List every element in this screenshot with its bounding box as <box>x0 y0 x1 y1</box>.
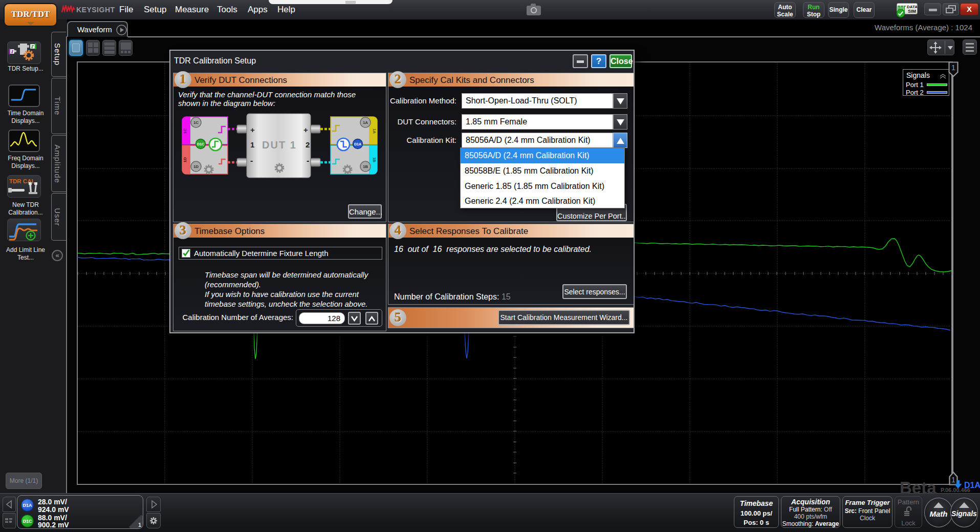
svg-text:D1A: D1A <box>354 142 361 146</box>
svg-text:1D: 1D <box>193 164 199 169</box>
svg-text:D1C: D1C <box>197 142 204 146</box>
svg-text:1A: 1A <box>372 129 377 134</box>
svg-text:1C: 1C <box>183 129 187 134</box>
svg-text:1B: 1B <box>363 164 368 169</box>
svg-text:1D: 1D <box>183 157 187 162</box>
svg-text:2: 2 <box>306 140 310 149</box>
svg-text:1A: 1A <box>363 120 368 125</box>
svg-text:-: - <box>307 156 309 165</box>
svg-text:1: 1 <box>951 63 955 72</box>
svg-text:+: + <box>303 125 308 134</box>
svg-text:1: 1 <box>250 140 254 149</box>
svg-text:+: + <box>250 125 255 134</box>
svg-text:1C: 1C <box>193 120 199 125</box>
svg-text:1B: 1B <box>372 157 377 162</box>
svg-text:DUT 1: DUT 1 <box>262 139 297 151</box>
svg-text:-: - <box>250 156 253 165</box>
